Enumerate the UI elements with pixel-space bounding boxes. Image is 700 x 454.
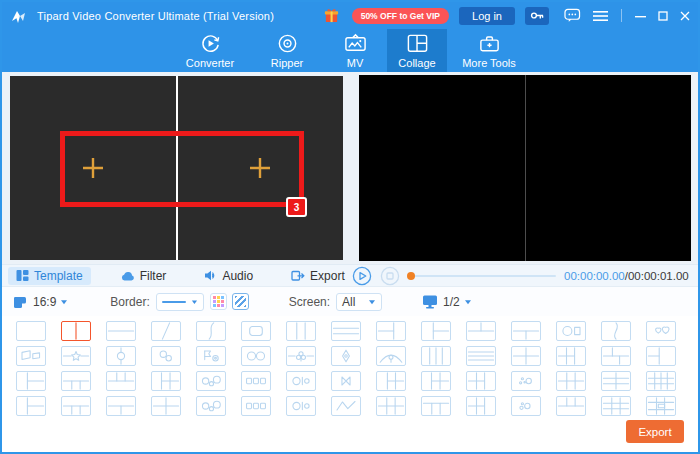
- play-button[interactable]: [352, 266, 372, 286]
- template-option-three-squares[interactable]: [241, 371, 271, 391]
- register-key-button[interactable]: [525, 7, 549, 25]
- template-option-v4[interactable]: [421, 346, 451, 366]
- export-icon: [291, 269, 305, 282]
- template-option-dots2[interactable]: [511, 396, 541, 416]
- template-option-h4[interactable]: [466, 346, 496, 366]
- template-option-diag[interactable]: [151, 321, 181, 341]
- tab-converter-label: Converter: [186, 57, 234, 69]
- tab-filter[interactable]: Filter: [113, 267, 175, 285]
- template-option-circle-lines[interactable]: [286, 396, 316, 416]
- template-option-ornament[interactable]: [331, 346, 361, 366]
- template-option-circle-square[interactable]: [556, 321, 586, 341]
- border-line-sample: [162, 301, 186, 303]
- template-option-t1b2[interactable]: [511, 321, 541, 341]
- audio-icon: [204, 269, 217, 282]
- minimize-button[interactable]: [635, 11, 646, 21]
- template-option-v3[interactable]: [286, 321, 316, 341]
- template-option-clover-line[interactable]: [286, 346, 316, 366]
- login-button[interactable]: Log in: [459, 7, 515, 25]
- template-option-bowtie[interactable]: [331, 371, 361, 391]
- template-option-l2r1w[interactable]: [646, 346, 676, 366]
- stop-button[interactable]: [380, 266, 400, 286]
- template-option-g33[interactable]: [601, 396, 631, 416]
- gift-icon[interactable]: [323, 7, 340, 24]
- tab-more-tools[interactable]: More Tools: [447, 29, 531, 72]
- template-option-zigzag[interactable]: [331, 396, 361, 416]
- template-option-complex1[interactable]: [646, 371, 676, 391]
- template-option-g22r[interactable]: [466, 371, 496, 391]
- template-option-single[interactable]: [16, 321, 46, 341]
- template-option-v2[interactable]: [61, 321, 91, 341]
- template-option-hearts[interactable]: [646, 321, 676, 341]
- template-option-three-circles[interactable]: [196, 396, 226, 416]
- feedback-chat-icon[interactable]: [564, 8, 581, 23]
- player-controls: 00:00:00.00/00:00:01.00: [352, 266, 700, 286]
- screen-pager[interactable]: 1/2: [422, 294, 472, 309]
- ratio-value: 16:9: [33, 295, 56, 309]
- template-option-g22r[interactable]: [466, 396, 496, 416]
- template-option-t3b1[interactable]: [556, 396, 586, 416]
- color-palette-icon: [213, 296, 224, 307]
- template-option-h3[interactable]: [331, 321, 361, 341]
- template-option-h2[interactable]: [106, 321, 136, 341]
- template-option-two-circles-s[interactable]: [151, 346, 181, 366]
- template-option-l1g22[interactable]: [421, 371, 451, 391]
- tab-mv[interactable]: MV: [323, 29, 387, 72]
- template-option-s-curve[interactable]: [601, 321, 631, 341]
- template-option-l2r1[interactable]: [376, 321, 406, 341]
- export-button[interactable]: Export: [626, 420, 684, 443]
- template-option-g23[interactable]: [376, 396, 406, 416]
- screen-dropdown[interactable]: All: [336, 293, 382, 311]
- template-option-dots[interactable]: [511, 371, 541, 391]
- template-option-two-circles[interactable]: [241, 346, 271, 366]
- tab-filter-label: Filter: [140, 269, 167, 283]
- template-option-t1b3[interactable]: [61, 396, 91, 416]
- template-option-complex2[interactable]: [646, 396, 676, 416]
- template-option-g22r[interactable]: [556, 346, 586, 366]
- border-pattern-button[interactable]: [232, 293, 249, 310]
- template-option-t1b3[interactable]: [61, 371, 91, 391]
- template-option-l1r2w[interactable]: [16, 396, 46, 416]
- template-row: [2, 346, 698, 366]
- template-option-pip[interactable]: [241, 321, 271, 341]
- tab-converter[interactable]: Converter: [169, 29, 251, 72]
- seek-slider[interactable]: [408, 272, 556, 280]
- template-option-l1g22[interactable]: [151, 371, 181, 391]
- template-option-g22o[interactable]: [601, 346, 631, 366]
- maximize-button[interactable]: [658, 11, 668, 21]
- tab-template[interactable]: Template: [8, 267, 91, 285]
- template-option-g22[interactable]: [151, 396, 181, 416]
- tab-export[interactable]: Export: [283, 267, 353, 285]
- menu-icon[interactable]: [593, 10, 608, 22]
- template-option-skew[interactable]: [16, 346, 46, 366]
- template-option-t2b1[interactable]: [466, 321, 496, 341]
- ratio-control[interactable]: 16:9: [12, 294, 68, 310]
- template-option-badge[interactable]: [106, 346, 136, 366]
- template-option-l1r2[interactable]: [421, 321, 451, 341]
- tab-ripper[interactable]: Ripper: [251, 29, 323, 72]
- template-option-g32[interactable]: [601, 371, 631, 391]
- template-option-g22l[interactable]: [376, 371, 406, 391]
- template-option-star-line[interactable]: [61, 346, 91, 366]
- template-option-g23[interactable]: [556, 371, 586, 391]
- template-option-circle-lines[interactable]: [286, 371, 316, 391]
- template-option-curve[interactable]: [196, 321, 226, 341]
- promo-badge[interactable]: 50% OFF to Get VIP: [352, 8, 449, 24]
- border-style-dropdown[interactable]: [156, 293, 204, 311]
- template-option-arch[interactable]: [376, 346, 406, 366]
- seek-handle[interactable]: [407, 272, 415, 280]
- tab-template-label: Template: [34, 269, 83, 283]
- border-color-button[interactable]: [210, 293, 227, 310]
- template-option-three-squares[interactable]: [241, 396, 271, 416]
- close-button[interactable]: [680, 11, 690, 21]
- template-option-three-circles[interactable]: [196, 371, 226, 391]
- template-option-l1r2w[interactable]: [16, 371, 46, 391]
- template-option-g23t[interactable]: [421, 396, 451, 416]
- template-option-g22[interactable]: [511, 346, 541, 366]
- template-option-flag-gear[interactable]: [196, 346, 226, 366]
- tab-collage[interactable]: Collage: [387, 29, 447, 72]
- template-option-t1b2[interactable]: [106, 396, 136, 416]
- screen-value: All: [342, 295, 355, 309]
- tab-audio[interactable]: Audio: [196, 267, 261, 285]
- template-option-t3b1[interactable]: [106, 371, 136, 391]
